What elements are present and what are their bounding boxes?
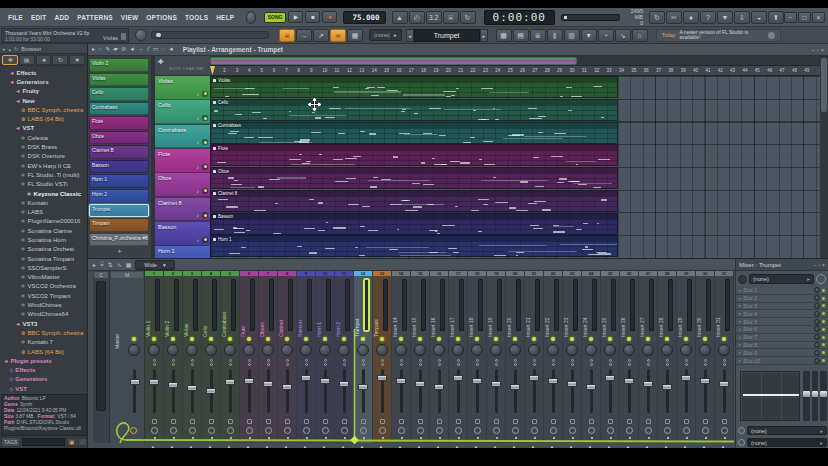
- mixer-strip-horn-1[interactable]: 10Horn 1▲: [316, 271, 335, 443]
- hint-knob[interactable]: [246, 11, 255, 24]
- strip-volume-fader[interactable]: [476, 369, 479, 413]
- strip-stereo-knob[interactable]: [607, 427, 614, 434]
- strip-lock-icon[interactable]: [551, 419, 556, 424]
- playlist-maximize-icon[interactable]: ▫: [817, 47, 819, 53]
- strip-stereo-knob[interactable]: [170, 427, 177, 434]
- fx-output-selector[interactable]: (none)▸: [747, 438, 827, 447]
- strip-fader-handle[interactable]: [719, 381, 729, 387]
- playlist-timeline[interactable]: 1234567891011121314151617181920212223242…: [210, 66, 820, 76]
- eq-low-slider[interactable]: [803, 371, 810, 421]
- strip-pan-knob[interactable]: [167, 344, 179, 356]
- browser-item-ssosamplers[interactable]: ✳SSOSamplerS: [0, 263, 88, 272]
- mixer-strip-clarinet[interactable]: 8Clarinet▲: [278, 271, 297, 443]
- pattern-prev-icon[interactable]: ◂: [406, 29, 414, 42]
- strip-lock-icon[interactable]: [323, 419, 328, 424]
- mixer-strip-violin-1[interactable]: 1Violin 1▲: [145, 271, 164, 443]
- strip-fader-handle[interactable]: [149, 379, 159, 385]
- touch-controller-icon[interactable]: ◔: [598, 29, 614, 42]
- slip-tool-icon[interactable]: ↔: [138, 44, 144, 55]
- strip-fader-handle[interactable]: [187, 385, 197, 391]
- step-edit-icon[interactable]: →: [296, 29, 312, 42]
- strip-stereo-knob[interactable]: [265, 427, 272, 434]
- playlist-vscrollbar[interactable]: [820, 56, 828, 258]
- fx-slot-slot-2[interactable]: ▸Slot 2: [736, 295, 828, 303]
- mixer-strip-insert-19[interactable]: 19Insert 19▲: [487, 271, 506, 443]
- strip-volume-fader[interactable]: [324, 369, 327, 413]
- strip-led[interactable]: [646, 337, 650, 341]
- mixer-link-icon[interactable]: ∿: [117, 261, 122, 268]
- browser-item-bbc-symph-chestra[interactable]: ⊗BBC Symph..chestra: [0, 328, 88, 337]
- fx-slot-slot-6[interactable]: ▸Slot 6: [736, 326, 828, 334]
- pattern-item-horn-1[interactable]: Horn 1: [89, 174, 149, 188]
- strip-pan-knob[interactable]: [338, 344, 350, 356]
- playlist-minimize-icon[interactable]: −: [812, 47, 815, 53]
- fx-input-selector[interactable]: (none)▸: [747, 426, 827, 435]
- cut-icon[interactable]: ✂: [666, 11, 682, 24]
- strip-led[interactable]: [247, 337, 251, 341]
- strip-stereo-knob[interactable]: [189, 427, 196, 434]
- browser-item-dsk-brass[interactable]: ✳DSK Brass: [0, 142, 88, 151]
- browser-refresh-icon[interactable]: ↻: [14, 46, 18, 52]
- pattern-item-basson[interactable]: Basson: [89, 160, 149, 174]
- strip-stereo-knob[interactable]: [322, 427, 329, 434]
- fx-output-icon[interactable]: [738, 439, 745, 446]
- strip-lock-icon[interactable]: [513, 419, 518, 424]
- strip-stereo-knob[interactable]: [398, 427, 405, 434]
- track-mode-tabs[interactable]: NOTE CHAN PAT: [169, 67, 204, 71]
- strip-pan-knob[interactable]: [718, 344, 730, 356]
- fx-slot-slot-9[interactable]: ▸Slot 9: [736, 349, 828, 357]
- pattern-clip-horn-1[interactable]: Horn 1: [210, 235, 618, 257]
- strip-fader-handle[interactable]: [339, 381, 349, 387]
- fx-preset-selector[interactable]: (none)▸: [749, 274, 814, 284]
- strip-fader-handle[interactable]: [453, 375, 463, 381]
- strip-lock-icon[interactable]: [703, 419, 708, 424]
- time-display[interactable]: 0:00:00: [484, 10, 555, 25]
- mixer-strip-contrabass[interactable]: 5Contrabass▲: [221, 271, 240, 443]
- strip-fader-handle[interactable]: [662, 384, 672, 390]
- strip-fader-handle[interactable]: [263, 381, 273, 387]
- pattern-item-timpani[interactable]: Timpani: [89, 218, 149, 232]
- strip-stereo-knob[interactable]: [474, 427, 481, 434]
- slot-mix-knob[interactable]: [814, 287, 820, 293]
- browser-item-kontakt[interactable]: ✳Kontakt: [0, 198, 88, 207]
- master-strip[interactable]: M Master: [110, 271, 145, 443]
- strip-fader-handle[interactable]: [282, 384, 292, 390]
- browser-up-icon[interactable]: ▴: [9, 46, 12, 52]
- strip-stereo-knob[interactable]: [208, 427, 215, 434]
- strip-led[interactable]: [266, 337, 270, 341]
- strip-fader-handle[interactable]: [396, 378, 406, 384]
- strip-volume-fader[interactable]: [533, 369, 536, 413]
- strip-lock-icon[interactable]: [304, 419, 309, 424]
- fx-slot-slot-5[interactable]: ▸Slot 5: [736, 318, 828, 326]
- pattern-next-icon[interactable]: ▸: [480, 29, 488, 42]
- strip-pan-knob[interactable]: [547, 344, 559, 356]
- typing-to-piano-icon[interactable]: ⌸: [279, 29, 295, 42]
- strip-lock-icon[interactable]: [190, 419, 195, 424]
- slot-enable-led[interactable]: [822, 312, 825, 315]
- menu-options[interactable]: OPTIONS: [142, 14, 181, 21]
- mixer-strip-insert-16[interactable]: 16Insert 16▲: [430, 271, 449, 443]
- update-notification[interactable]: Today: A newer version of FL Studio is a…: [656, 29, 782, 42]
- strip-fader-handle[interactable]: [510, 384, 520, 390]
- strip-volume-fader[interactable]: [571, 369, 574, 413]
- master-volume-fader[interactable]: [133, 369, 136, 413]
- browser-item-bbc-symph-chestra[interactable]: ⊗BBC Symph..chestra: [0, 105, 88, 114]
- master-stereo-knob[interactable]: [130, 427, 137, 434]
- playlist-close-icon[interactable]: ×: [821, 47, 824, 53]
- strip-led[interactable]: [608, 337, 612, 341]
- slot-enable-led[interactable]: [822, 328, 825, 331]
- mixer-strip-horn-2[interactable]: 11Horn 2▲: [335, 271, 354, 443]
- strip-volume-fader[interactable]: [723, 369, 726, 413]
- track-header-cello[interactable]: Cello♪: [155, 100, 210, 124]
- menu-add[interactable]: ADD: [51, 14, 74, 21]
- track-mute-led[interactable]: [202, 139, 208, 145]
- strip-led[interactable]: [380, 337, 384, 341]
- strip-volume-fader[interactable]: [305, 369, 308, 413]
- strip-led[interactable]: [570, 337, 574, 341]
- strip-pan-knob[interactable]: [509, 344, 521, 356]
- sync-icon[interactable]: ↻: [649, 11, 665, 24]
- tags-folder-icon[interactable]: ▣: [67, 438, 76, 446]
- strip-stereo-knob[interactable]: [645, 427, 652, 434]
- strip-lock-icon[interactable]: [361, 419, 366, 424]
- strip-lock-icon[interactable]: [285, 419, 290, 424]
